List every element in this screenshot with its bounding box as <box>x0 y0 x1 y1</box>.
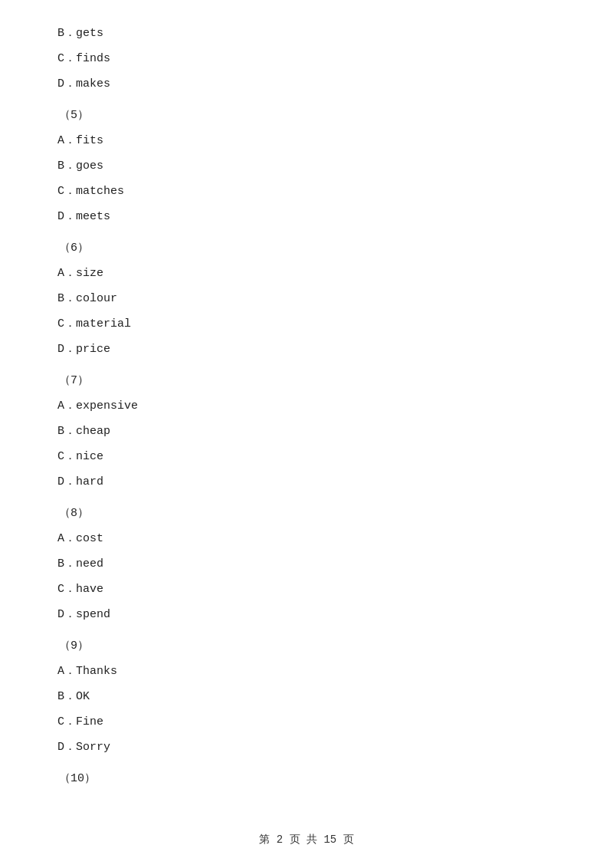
list-item: C．nice <box>57 446 556 467</box>
list-item: D．Sorry <box>57 737 556 758</box>
list-item: A．size <box>57 263 556 284</box>
list-item: D．price <box>57 339 556 360</box>
main-content: B．getsC．findsD．makes（5）A．fitsB．goesC．mat… <box>0 0 613 840</box>
list-item: B．goes <box>57 156 556 176</box>
section-num-2: （6） <box>57 238 556 258</box>
list-item: B．colour <box>57 288 556 309</box>
list-item: A．cost <box>57 528 556 549</box>
list-item: B．need <box>57 554 556 574</box>
page-footer: 第 2 页 共 15 页 <box>0 833 613 847</box>
list-item: C．material <box>57 314 556 334</box>
list-item: C．Fine <box>57 712 556 732</box>
section-num-6: （10） <box>57 768 556 789</box>
list-item: B．gets <box>57 23 556 44</box>
list-item: C．matches <box>57 181 556 202</box>
list-item: C．have <box>57 579 556 600</box>
list-item: D．meets <box>57 206 556 227</box>
section-num-5: （9） <box>57 636 556 656</box>
list-item: A．expensive <box>57 396 556 416</box>
list-item: D．hard <box>57 472 556 492</box>
list-item: B．cheap <box>57 421 556 442</box>
list-item: A．Thanks <box>57 661 556 682</box>
section-num-4: （8） <box>57 503 556 524</box>
list-item: D．makes <box>57 74 556 94</box>
list-item: C．finds <box>57 48 556 69</box>
list-item: D．spend <box>57 604 556 625</box>
section-num-3: （7） <box>57 370 556 391</box>
list-item: A．fits <box>57 130 556 151</box>
section-num-1: （5） <box>57 105 556 126</box>
list-item: B．OK <box>57 686 556 707</box>
footer-text: 第 2 页 共 15 页 <box>259 833 353 846</box>
